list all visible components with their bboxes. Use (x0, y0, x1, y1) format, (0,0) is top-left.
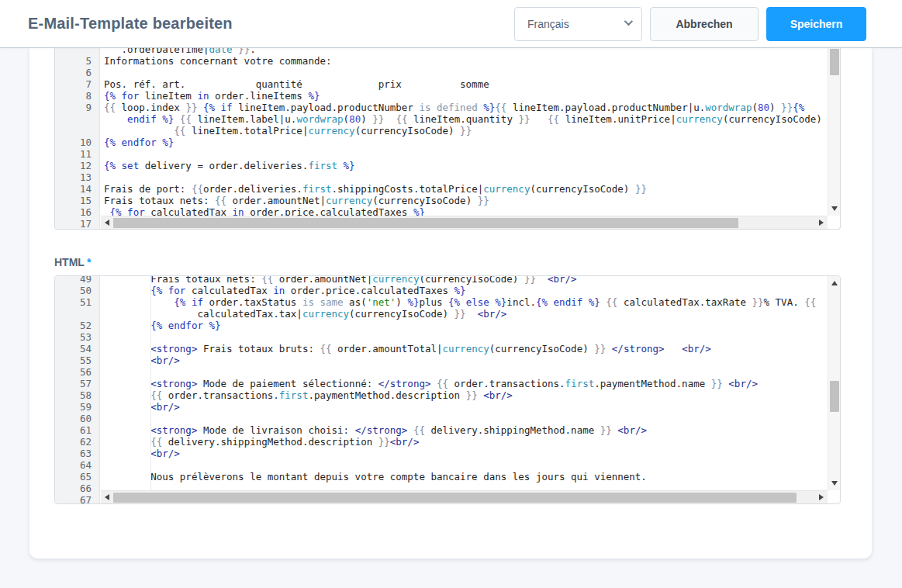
plaintext-editor-vertical-scrollbar[interactable] (828, 48, 840, 216)
code-line: Pos. réf. art. quantité prix somme (104, 78, 828, 90)
plaintext-editor-horizontal-scrollbar[interactable] (101, 216, 828, 229)
line-number: 5 (55, 55, 92, 67)
code-line: <strong> Mode de paiement sélectionné: <… (104, 378, 828, 389)
code-line: endif %} {{ lineItem.label|u.wordwrap(80… (104, 113, 828, 125)
line-number: 61 (55, 424, 92, 436)
plaintext-code-editor[interactable]: 567891011121314151617 .orderDateTime|dat… (54, 48, 841, 230)
language-select[interactable]: Français (514, 7, 642, 41)
html-code-editor[interactable]: 49505152535455565758596061626364656667 F… (54, 275, 841, 504)
line-number: 53 (55, 331, 92, 343)
code-line: {{ delivery.shippingMethod.description }… (104, 436, 828, 448)
line-number: 60 (55, 413, 92, 424)
scroll-down-arrow-icon[interactable] (831, 206, 838, 211)
html-editor-horizontal-scrollbar[interactable] (101, 490, 828, 503)
code-line: <br/> (104, 448, 828, 459)
line-number: 56 (55, 366, 92, 378)
line-number: 66 (55, 483, 92, 494)
scroll-left-arrow-icon[interactable] (105, 220, 109, 226)
chevron-down-icon (624, 17, 633, 26)
language-select-value: Français (527, 18, 569, 30)
line-number: 64 (55, 459, 92, 471)
code-line: {% for calculatedTax in order.price.calc… (104, 285, 828, 296)
horizontal-scroll-thumb[interactable] (113, 218, 738, 228)
code-line: Frais de port: {{order.deliveries.first.… (104, 183, 828, 195)
line-number: 10 (55, 137, 92, 148)
scroll-right-arrow-icon[interactable] (819, 220, 824, 226)
code-line: Frais totaux nets: {{ order.amountNet|cu… (104, 276, 828, 285)
line-number: 49 (55, 276, 92, 285)
line-number: 12 (55, 160, 92, 171)
line-number (55, 308, 92, 320)
code-line: Nous prélèverons le montant depuis votre… (104, 471, 828, 483)
line-number: 8 (55, 90, 92, 102)
line-number: 57 (55, 378, 92, 389)
html-editor-content[interactable]: Frais totaux nets: {{ order.amountNet|cu… (100, 276, 828, 503)
code-line: .orderDateTime|date }}. (104, 48, 828, 55)
code-line: {% set delivery = order.deliveries.first… (104, 160, 828, 171)
code-line: {% for lineItem in order.lineItems %} (104, 90, 828, 102)
smart-bar: E-Mail-Template bearbeiten Français Abbr… (0, 0, 902, 48)
line-number: 17 (55, 218, 92, 229)
code-line: {{ loop.index }} {% if lineItem.payload.… (104, 102, 828, 113)
html-editor-vertical-scrollbar[interactable] (828, 276, 840, 490)
required-marker: * (87, 256, 91, 268)
mail-template-card: 567891011121314151617 .orderDateTime|dat… (29, 48, 872, 559)
code-line (104, 171, 828, 183)
vertical-scroll-thumb[interactable] (830, 49, 839, 75)
code-line: calculatedTax.tax|currency(currencyIsoCo… (104, 308, 828, 320)
indent-guide (150, 276, 151, 490)
code-line: {% if order.taxStatus is same as('net') … (104, 296, 828, 308)
line-number: 15 (55, 195, 92, 206)
scroll-right-arrow-icon[interactable] (819, 494, 824, 500)
line-number: 6 (55, 67, 92, 78)
line-number: 62 (55, 436, 92, 448)
line-number: 55 (55, 355, 92, 366)
line-number: 16 (55, 206, 92, 218)
code-line: {% endfor %} (104, 320, 828, 331)
vertical-scroll-thumb[interactable] (830, 381, 839, 412)
line-number: 51 (55, 296, 92, 308)
line-number: 14 (55, 183, 92, 195)
line-number: 65 (55, 471, 92, 483)
line-number: 13 (55, 171, 92, 183)
page-title: E-Mail-Template bearbeiten (28, 15, 233, 33)
code-line: {{ order.transactions.first.paymentMetho… (104, 389, 828, 401)
html-editor-gutter: 49505152535455565758596061626364656667 (55, 276, 100, 503)
plaintext-editor-gutter: 567891011121314151617 (55, 48, 100, 229)
html-field-label: HTML* (54, 256, 91, 268)
code-line: {% endfor %} (104, 137, 828, 148)
line-number: 11 (55, 148, 92, 160)
scroll-down-arrow-icon[interactable] (831, 481, 838, 486)
line-number (55, 125, 92, 137)
scroll-up-arrow-icon[interactable] (831, 281, 838, 285)
line-number: 54 (55, 343, 92, 355)
code-line (104, 67, 828, 78)
line-number (55, 48, 92, 55)
horizontal-scroll-thumb[interactable] (113, 493, 797, 503)
code-line: <strong> Frais totaux bruts: {{ order.am… (104, 343, 828, 355)
code-line: Informations concernant votre commande: (104, 55, 828, 67)
code-line: <br/> (104, 355, 828, 366)
smart-bar-actions: Français Abbrechen Speichern (514, 7, 866, 41)
code-line: <br/> (104, 401, 828, 413)
line-number: 67 (55, 494, 92, 503)
code-line (104, 331, 828, 343)
line-number: 9 (55, 102, 92, 113)
code-line (104, 459, 828, 471)
line-number: 59 (55, 401, 92, 413)
line-number: 58 (55, 389, 92, 401)
line-number: 7 (55, 78, 92, 90)
code-line (104, 413, 828, 424)
code-line (104, 366, 828, 378)
plaintext-editor-content[interactable]: .orderDateTime|date }}.Informations conc… (100, 48, 828, 229)
html-field-label-text: HTML (54, 256, 85, 268)
line-number (55, 113, 92, 125)
code-line: <strong> Mode de livraison choisi: </str… (104, 424, 828, 436)
line-number: 50 (55, 285, 92, 296)
code-line: Frais totaux nets: {{ order.amountNet|cu… (104, 195, 828, 206)
line-number: 52 (55, 320, 92, 331)
scroll-left-arrow-icon[interactable] (105, 494, 109, 500)
code-line (104, 148, 828, 160)
save-button[interactable]: Speichern (766, 7, 866, 41)
cancel-button[interactable]: Abbrechen (650, 7, 759, 41)
